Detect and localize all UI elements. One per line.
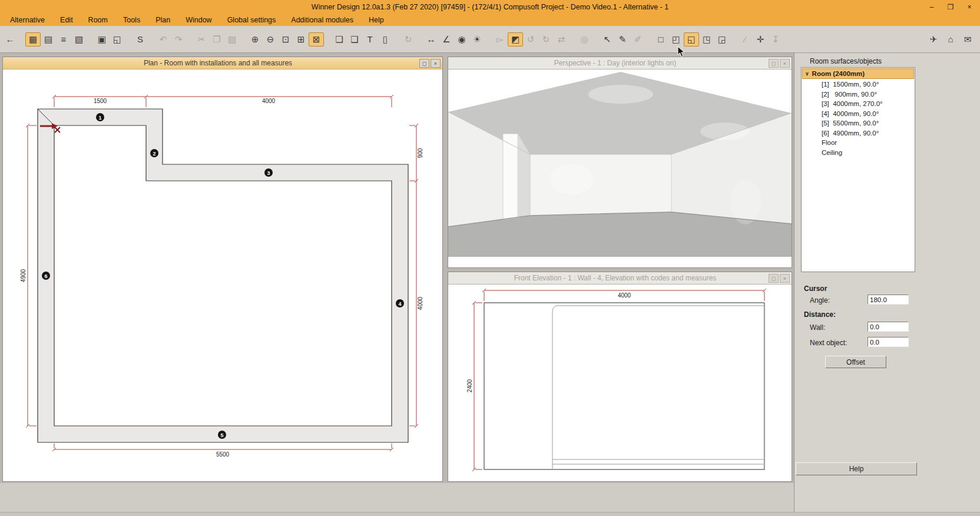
label-icon[interactable]: ▯ [378, 32, 393, 47]
elevation-view-icon[interactable]: ▤ [41, 32, 56, 47]
wall-marker-6[interactable]: 6 [42, 272, 50, 280]
redo-icon[interactable]: ↷ [171, 32, 186, 47]
cabinet-3d-icon[interactable]: ◩ [508, 32, 523, 47]
floor-plan-canvas[interactable]: 1500 4000 5500 4900 900 4000 1 2 3 [3, 70, 442, 481]
next-object-label: Next object: [810, 339, 847, 347]
draw-free-icon[interactable]: ✐ [630, 32, 645, 47]
perspective-window-titlebar[interactable]: Perspective - 1 : Day (interior lights o… [448, 57, 792, 70]
menu-global-settings[interactable]: Global settings [220, 14, 284, 26]
menu-additional-modules[interactable]: Additional modules [283, 14, 361, 26]
draw-wall-icon[interactable]: ✎ [615, 32, 630, 47]
elevation-close-button[interactable]: × [780, 274, 790, 283]
undo-icon[interactable]: ↶ [155, 32, 171, 47]
perspective-view-icon[interactable]: ▧ [71, 32, 87, 47]
print-preview-icon[interactable]: ◱ [110, 32, 125, 47]
text-icon[interactable]: T [362, 32, 378, 47]
wall-marker-2[interactable]: 2 [150, 149, 158, 157]
measure-icon[interactable]: ↔ [423, 32, 439, 47]
item-list-icon[interactable]: ≡ [56, 32, 71, 47]
plan-view-icon[interactable]: ▦ [25, 32, 41, 47]
cut-icon[interactable]: ✂ [194, 32, 209, 47]
wall-marker-3[interactable]: 3 [264, 168, 273, 177]
catalog-icon[interactable]: ⌂ [943, 32, 958, 47]
select-object-icon[interactable]: ▻ [492, 32, 508, 47]
elevation-canvas[interactable]: 4000 2400 [448, 285, 792, 481]
zoom-in-icon[interactable]: ⊕ [247, 32, 263, 47]
window-controls: – ❐ × [922, 0, 979, 14]
zoom-out-icon[interactable]: ⊖ [263, 32, 278, 47]
wall-tool-icon[interactable]: □ [653, 32, 668, 47]
elevation-width-dim: 4000 [618, 292, 631, 299]
pointer-icon[interactable]: ↖ [600, 32, 615, 47]
tree-item-ceiling[interactable]: Ceiling [802, 148, 915, 158]
perspective-maximize-button[interactable]: ◻ [769, 59, 779, 68]
wall-note-icon[interactable]: ◲ [714, 32, 730, 47]
copy-icon[interactable]: ❐ [209, 32, 224, 47]
paste-icon[interactable]: ▨ [224, 32, 240, 47]
comment-icon[interactable]: ❑ [347, 32, 362, 47]
protractor-icon[interactable]: ∠ [439, 32, 454, 47]
database-icon[interactable]: ◎ [577, 32, 592, 47]
menu-room[interactable]: Room [81, 14, 115, 26]
tree-item-wall-4[interactable]: [4] 4000mm, 90.0° [802, 109, 915, 119]
import-icon[interactable]: ↧ [768, 32, 783, 47]
tree-item-wall-6[interactable]: [6] 4900mm, 90.0° [802, 128, 915, 138]
back-icon[interactable]: ← [2, 32, 18, 47]
svg-text:2: 2 [153, 151, 155, 157]
email-icon[interactable]: ✉ [960, 32, 975, 47]
elevation-window-titlebar[interactable]: Front Elevation - 1 : Wall - 4, Elevatio… [448, 272, 792, 285]
zoom-window-icon[interactable]: ⊡ [278, 32, 293, 47]
maximize-button[interactable]: ❐ [941, 0, 960, 14]
wall-marker-1[interactable]: 1 [96, 113, 104, 121]
room-measures-icon[interactable]: ◱ [684, 32, 699, 47]
align-icon[interactable]: ⇄ [554, 32, 569, 47]
print-icon[interactable]: ▣ [94, 32, 110, 47]
menu-alternative[interactable]: Alternative [2, 14, 52, 26]
plan-window-titlebar[interactable]: Plan - Room with installations and all m… [3, 57, 442, 70]
help-button[interactable]: Help [796, 462, 917, 475]
tree-item-wall-5[interactable]: [5] 5500mm, 90.0° [802, 118, 915, 128]
refresh-icon[interactable]: ↻ [400, 32, 416, 47]
snap-icon[interactable]: ✛ [753, 32, 768, 47]
room-corner-icon[interactable]: ◰ [668, 32, 684, 47]
camera-icon[interactable]: ◉ [454, 32, 469, 47]
perspective-close-button[interactable]: × [780, 59, 790, 68]
wall-marker-4[interactable]: 4 [396, 299, 404, 307]
tree-root-room[interactable]: ∨ Room (2400mm) [802, 68, 914, 79]
angle-label: Angle: [810, 296, 830, 305]
menu-edit[interactable]: Edit [52, 14, 81, 26]
next-object-input[interactable] [868, 337, 909, 347]
minimize-button[interactable]: – [922, 0, 941, 14]
rotate-right-icon[interactable]: ↻ [538, 32, 554, 47]
menu-plan[interactable]: Plan [148, 14, 178, 26]
offset-button[interactable]: Offset [825, 356, 886, 368]
close-button[interactable]: × [960, 0, 979, 14]
tree-item-floor[interactable]: Floor [802, 138, 915, 148]
wall-distance-input[interactable] [868, 322, 909, 332]
wall-dim-icon[interactable]: ◳ [699, 32, 714, 47]
menu-help[interactable]: Help [361, 14, 392, 26]
plan-window: Plan - Room with installations and all m… [2, 57, 443, 482]
tree-item-wall-3[interactable]: [3] 4000mm, 270.0° [802, 99, 915, 109]
wall-marker-5[interactable]: 5 [218, 431, 226, 439]
workspace-bottom [0, 483, 794, 516]
tree-item-wall-1[interactable]: [1] 1500mm, 90.0° [802, 80, 915, 90]
tree-item-wall-2[interactable]: [2] 900mm, 90.0° [802, 90, 915, 100]
menu-window[interactable]: Window [178, 14, 219, 26]
angle-input[interactable] [868, 295, 909, 305]
plan-close-button[interactable]: × [431, 59, 441, 68]
plan-maximize-button[interactable]: ◻ [419, 59, 429, 68]
elevation-window-title: Front Elevation - 1 : Wall - 4, Elevatio… [466, 272, 764, 285]
elevation-maximize-button[interactable]: ◻ [769, 274, 779, 283]
rotate-left-icon[interactable]: ↺ [523, 32, 538, 47]
perspective-canvas[interactable] [448, 70, 792, 267]
price-calc-icon[interactable]: S [133, 32, 148, 47]
diagonal-line-icon[interactable]: ∕ [737, 32, 753, 47]
send-plan-icon[interactable]: ✈ [926, 32, 941, 47]
note-icon[interactable]: ❏ [332, 32, 347, 47]
menu-tools[interactable]: Tools [115, 14, 148, 26]
light-icon[interactable]: ☀ [469, 32, 485, 47]
chevron-down-icon: ∨ [805, 71, 809, 77]
zoom-room-icon[interactable]: ⊠ [309, 32, 324, 47]
zoom-all-icon[interactable]: ⊞ [293, 32, 309, 47]
